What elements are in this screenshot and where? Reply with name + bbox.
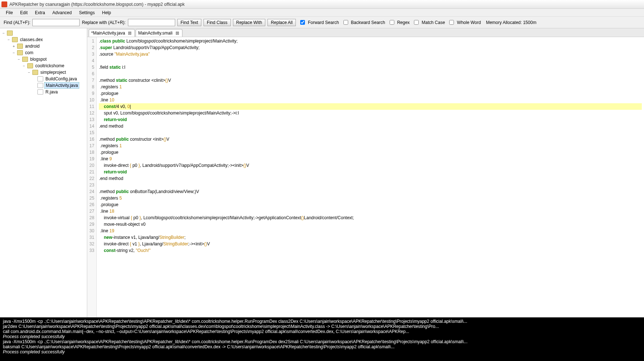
code-line[interactable]: new-instance v1, Ljava/lang/StringBuilde… [99,234,642,241]
expand-handle-icon[interactable]: − [17,57,21,61]
find-text-button[interactable]: Find Text [177,19,201,26]
code-line[interactable]: move-result-object v0 [99,221,642,228]
menu-settings[interactable]: Settings [75,9,98,16]
tree-label: blogspot [29,56,48,62]
code-line[interactable] [99,57,642,64]
titlebar: APKRepatcher by csanuragjain (https://co… [0,0,644,9]
app-icon [1,1,7,7]
file-icon [37,76,43,81]
code-line[interactable]: .end method [99,175,642,182]
forward-search-label: Forward Search [308,20,339,25]
code-line[interactable]: .end method [99,123,642,129]
menubar: File Edit Extra Advanced Settings Help [0,9,644,17]
menu-file[interactable]: File [2,9,16,16]
code-line[interactable]: invoke-direct { p0 }, Landroid/support/v… [99,162,642,169]
code-line[interactable] [99,182,642,188]
code-line[interactable]: sput v0, Lcom/blogspot/cooltrickshome/si… [99,110,642,116]
editor-tabs: *MainActivity.java ⊠ MainActivity.smali … [87,28,644,37]
code-line[interactable]: .registers 1 [99,143,642,149]
code-line[interactable]: .line 9 [99,156,642,162]
tree-label: MainActivity.java [44,82,79,89]
menu-help[interactable]: Help [98,9,115,16]
folder-icon [17,44,23,49]
expand-handle-icon[interactable]: − [7,38,11,42]
code-line[interactable]: return-void [99,169,642,175]
code-line[interactable] [99,129,642,136]
code-line[interactable] [99,71,642,77]
match-case-checkbox[interactable] [414,20,419,25]
collapse-icon[interactable]: − [1,31,6,35]
expand-handle-icon[interactable]: − [27,71,31,75]
toolbar: Find (ALT+F): Replace with (ALT+R): Find… [0,17,644,28]
tree-file-mainactivity[interactable]: MainActivity.java [1,82,85,89]
find-label: Find (ALT+F): [4,20,30,25]
match-case-label: Match Case [422,20,445,25]
tree-file-r[interactable]: R.java [1,89,85,95]
code-line[interactable]: .prologue [99,149,642,156]
console-line: java -Xmx1500m -cp .;C:\Users\anjain\wor… [3,319,641,324]
find-class-button[interactable]: Find Class [204,19,231,26]
code-line[interactable]: .line 19 [99,228,642,234]
code-line[interactable]: .line 10 [99,97,642,103]
code-line[interactable]: .method static constructor <clinit>()V [99,77,642,84]
expand-handle-icon[interactable]: − [22,64,26,68]
code-line[interactable]: .class public Lcom/blogspot/cooltricksho… [99,38,642,44]
tree-node-cooltrickshome[interactable]: − cooltrickshome [1,63,85,69]
regex-checkbox[interactable] [390,20,394,25]
code-lines[interactable]: .class public Lcom/blogspot/cooltricksho… [97,37,644,317]
console-line: Process completed successfully [3,349,641,354]
code-line[interactable]: .method public constructor <init>()V [99,136,642,143]
line-gutter: 1234567891011121314151617181920212223242… [87,37,97,317]
replace-input[interactable] [128,19,175,26]
tree-label: simpleproject [39,69,67,75]
backward-search-checkbox[interactable] [343,20,348,25]
tab-mainactivity-java[interactable]: *MainActivity.java ⊠ [89,29,135,37]
file-tree-panel: − − classes.dex + android − com − b [0,28,87,317]
console-output[interactable]: java -Xmx1500m -cp .;C:\Users\anjain\wor… [0,317,644,361]
replace-all-button[interactable]: Replace All [267,19,296,26]
forward-search-checkbox[interactable] [300,20,305,25]
code-line[interactable]: const-string v2, "Ouch!" [99,247,642,254]
tree-node-simpleproject[interactable]: − simpleproject [1,69,85,76]
tree-node-blogspot[interactable]: − blogspot [1,56,85,63]
code-line[interactable]: invoke-direct { v1 }, Ljava/lang/StringB… [99,241,642,247]
whole-word-checkbox[interactable] [449,20,454,25]
console-line: jar2dex C:\Users\anjain\workspace\APKRep… [3,324,641,329]
tab-mainactivity-smali[interactable]: MainActivity.smali ⊠ [136,29,182,37]
code-line[interactable]: .registers 1 [99,84,642,90]
code-line[interactable]: .source "MainActivity.java" [99,51,642,57]
code-line[interactable]: .registers 5 [99,195,642,201]
menu-edit[interactable]: Edit [16,9,31,16]
editor-area: *MainActivity.java ⊠ MainActivity.smali … [87,28,644,317]
find-input[interactable] [32,19,80,26]
backward-search-label: Backward Search [351,20,385,25]
code-line[interactable]: .field static i:I [99,64,642,71]
tree-file-buildconfig[interactable]: BuildConfig.java [1,76,85,82]
code-line[interactable]: return-void [99,116,642,123]
tree-node-root[interactable]: − classes.dex [1,36,85,43]
menu-advanced[interactable]: Advanced [49,9,75,16]
tree-label: cooltrickshome [34,63,65,69]
folder-icon [17,50,23,55]
replace-with-button[interactable]: Replace With [233,19,265,26]
expand-handle-icon[interactable]: + [12,44,16,48]
tree-node-com[interactable]: − com [1,49,85,56]
folder-icon [12,37,18,42]
close-icon[interactable]: ⊠ [127,31,132,36]
tree-toolbar: − [1,30,85,36]
close-icon[interactable]: ⊠ [175,31,180,36]
folder-icon [7,31,13,36]
code-line[interactable]: .prologue [99,90,642,97]
code-line[interactable]: invoke-virtual { p0 }, Lcom/blogspot/coo… [99,214,642,221]
code-line[interactable]: .method public onButtonTap(Landroid/view… [99,188,642,195]
code-line[interactable]: .super Landroid/support/v7/app/AppCompat… [99,44,642,51]
code-line[interactable]: const/4 v0, 0| [99,103,642,110]
file-icon [37,83,43,88]
tree-node-android[interactable]: + android [1,43,85,49]
expand-handle-icon[interactable]: − [12,51,16,55]
code-line[interactable]: .prologue [99,201,642,208]
menu-extra[interactable]: Extra [31,9,49,16]
memory-label: Memory Allocated: 1500m [486,20,536,25]
code-line[interactable]: .line 18 [99,208,642,214]
code-editor[interactable]: 1234567891011121314151617181920212223242… [87,37,644,317]
